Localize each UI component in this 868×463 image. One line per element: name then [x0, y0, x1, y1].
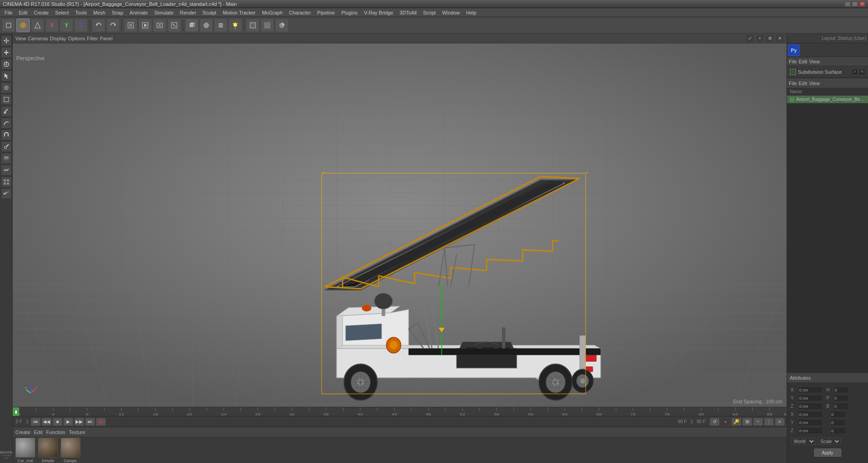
- render-region-btn[interactable]: [124, 19, 138, 32]
- viewport-maximize-icon[interactable]: +: [756, 34, 764, 43]
- scale-input[interactable]: [830, 411, 846, 418]
- schematic-btn[interactable]: ⋮: [764, 418, 774, 426]
- menu-tools[interactable]: Tools: [72, 9, 90, 16]
- y-pos-input[interactable]: [798, 395, 823, 401]
- loop-btn[interactable]: ↺: [710, 418, 720, 426]
- obj-view-menu[interactable]: View: [809, 81, 820, 86]
- snap-key-btn[interactable]: ⊞: [742, 418, 752, 426]
- material-menu-texture[interactable]: Texture: [69, 430, 85, 435]
- menu-3dtoall[interactable]: 3DToAll: [397, 9, 419, 16]
- menu-window[interactable]: Window: [439, 9, 462, 16]
- tool-knife[interactable]: [1, 141, 12, 152]
- menu-vray[interactable]: V-Ray Bridge: [361, 9, 396, 16]
- subdivision-edit[interactable]: ✎: [859, 69, 865, 75]
- axis-z-btn[interactable]: Z: [74, 19, 88, 32]
- timeline-ruler[interactable]: 0 4 8 12 16 20 24 28 32 36 40 44 48 52: [19, 407, 787, 416]
- menu-sculpt[interactable]: Sculpt: [200, 9, 219, 16]
- menu-create[interactable]: Create: [31, 9, 52, 16]
- view-quad-btn[interactable]: [261, 19, 274, 32]
- play-fwd-btn[interactable]: ▶▶: [74, 418, 84, 426]
- viewport-menu-cameras[interactable]: Cameras: [28, 36, 48, 41]
- play-btn[interactable]: ▶: [63, 418, 73, 426]
- right-view-menu[interactable]: View: [809, 59, 820, 64]
- sz-input[interactable]: [798, 427, 823, 434]
- timeline-btn[interactable]: ≡: [775, 418, 785, 426]
- viewport-area[interactable]: View Cameras Display Options Filter Pane…: [13, 33, 787, 407]
- syv-input[interactable]: [830, 419, 846, 426]
- menu-animate[interactable]: Animate: [127, 9, 151, 16]
- tool-scale[interactable]: [1, 47, 12, 58]
- viewport-3d[interactable]: Perspective: [13, 43, 787, 407]
- menu-snap[interactable]: Snap: [109, 9, 126, 16]
- object-item-airport[interactable]: Airport_Baggage_Conveyor_Belt_L: [787, 95, 868, 103]
- tool-deform[interactable]: [1, 165, 12, 176]
- material-item-details[interactable]: Details: [38, 438, 58, 463]
- menu-file[interactable]: File: [2, 9, 15, 16]
- display-mode-btn[interactable]: [275, 19, 289, 32]
- b-rot-input[interactable]: [833, 403, 849, 410]
- render-to-picture-btn[interactable]: [153, 19, 166, 32]
- viewport-expand-icon[interactable]: ⤢: [746, 34, 754, 43]
- subdivision-check[interactable]: ✓: [852, 69, 858, 75]
- tool-magnet[interactable]: [1, 129, 12, 140]
- menu-mograph[interactable]: MoGraph: [259, 9, 285, 16]
- axis-x-btn[interactable]: X: [45, 19, 59, 32]
- menu-edit[interactable]: Edit: [16, 9, 30, 16]
- add-cube-btn[interactable]: [185, 19, 199, 32]
- viewport-menu-options[interactable]: Options: [68, 36, 85, 41]
- add-light-btn[interactable]: [228, 19, 242, 32]
- apply-button[interactable]: Apply: [814, 449, 841, 457]
- tool-rectangle-sel[interactable]: [1, 94, 12, 105]
- p-rot-input[interactable]: [833, 395, 849, 401]
- menu-render[interactable]: Render: [177, 9, 199, 16]
- mode-model-btn[interactable]: [2, 19, 15, 32]
- tool-spline[interactable]: [1, 118, 12, 129]
- obj-file-menu[interactable]: File: [789, 81, 797, 86]
- material-item-carmat[interactable]: Car_mat: [15, 438, 35, 463]
- render-settings-btn[interactable]: [167, 19, 181, 32]
- menu-pipeline[interactable]: Pipeline: [314, 9, 337, 16]
- tool-cloner[interactable]: [1, 188, 12, 199]
- szv-input[interactable]: [830, 427, 846, 434]
- menu-character[interactable]: Character: [286, 9, 313, 16]
- right-edit-menu[interactable]: Edit: [799, 59, 807, 64]
- axis-y-btn[interactable]: Y: [60, 19, 73, 32]
- material-item-gangway[interactable]: Gangw.: [61, 438, 81, 463]
- auto-key-btn[interactable]: 🔑: [731, 418, 741, 426]
- sx-input[interactable]: [798, 411, 823, 418]
- undo-btn[interactable]: [92, 19, 105, 32]
- menu-plugins[interactable]: Plugins: [338, 9, 360, 16]
- record-mode-btn[interactable]: ●: [721, 418, 730, 426]
- viewport-settings-icon[interactable]: ⚙: [766, 34, 774, 43]
- right-file-menu[interactable]: File: [789, 59, 797, 64]
- python-icon[interactable]: Py: [788, 44, 800, 56]
- minimize-button[interactable]: −: [844, 1, 851, 7]
- viewport-menu-display[interactable]: Display: [50, 36, 66, 41]
- material-menu-create[interactable]: Create: [15, 430, 30, 435]
- play-stop-btn[interactable]: ■: [52, 418, 62, 426]
- add-sphere-btn[interactable]: [199, 19, 213, 32]
- play-start-btn[interactable]: ⏮: [31, 418, 41, 426]
- tool-paint[interactable]: [1, 106, 12, 117]
- x-pos-input[interactable]: [798, 387, 823, 393]
- menu-select[interactable]: Select: [52, 9, 72, 16]
- redo-btn[interactable]: [106, 19, 120, 32]
- menu-help[interactable]: Help: [464, 9, 479, 16]
- viewport-menu-filter[interactable]: Filter: [87, 36, 98, 41]
- tool-live-selection[interactable]: [1, 82, 12, 93]
- menu-script[interactable]: Script: [420, 9, 438, 16]
- view-single-btn[interactable]: [246, 19, 260, 32]
- material-menu-function[interactable]: Function: [46, 430, 65, 435]
- viewport-menu-view[interactable]: View: [15, 36, 26, 41]
- z-pos-input[interactable]: [798, 403, 823, 410]
- viewport-menu-panel[interactable]: Panel: [100, 36, 113, 41]
- viewport-close-icon[interactable]: ✕: [776, 34, 784, 43]
- mode-texture-btn[interactable]: [31, 19, 44, 32]
- menu-motion-tracker[interactable]: Motion Tracker: [220, 9, 258, 16]
- tool-array[interactable]: [1, 177, 12, 187]
- tool-rotate[interactable]: [1, 59, 12, 70]
- world-dropdown[interactable]: World Object: [791, 438, 816, 445]
- maximize-button[interactable]: □: [852, 1, 858, 7]
- tool-layers[interactable]: [1, 153, 12, 164]
- sy-input[interactable]: [798, 419, 823, 426]
